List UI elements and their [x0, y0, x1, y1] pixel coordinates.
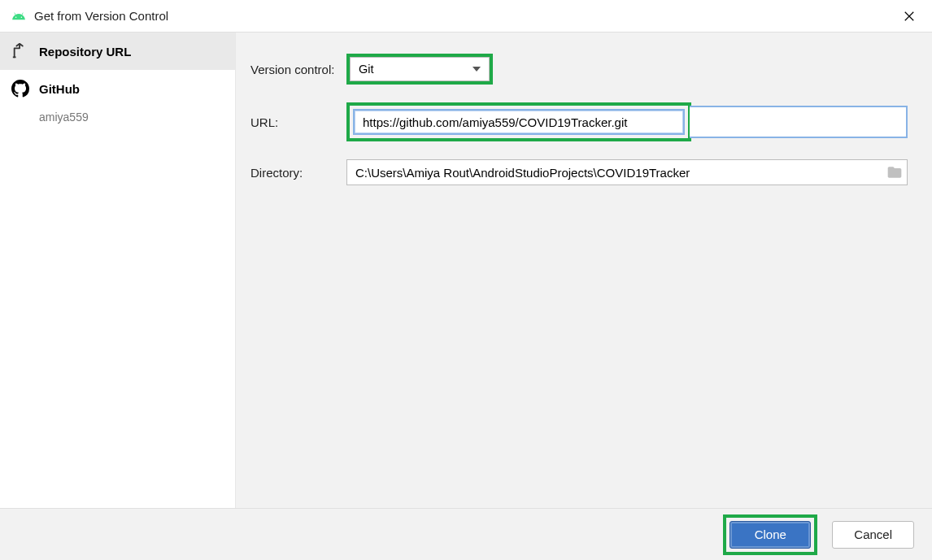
cancel-button[interactable]: Cancel: [832, 521, 914, 549]
main-form: Version control: Git URL: Directory:: [236, 33, 932, 508]
chevron-down-icon: [473, 67, 481, 72]
version-control-value: Git: [359, 63, 374, 76]
clone-button[interactable]: Clone: [729, 521, 811, 549]
url-label: URL:: [250, 115, 346, 129]
version-control-highlight: Git: [346, 54, 493, 85]
sidebar-item-label: GitHub: [39, 82, 80, 96]
close-button[interactable]: [896, 3, 922, 29]
directory-label: Directory:: [250, 166, 346, 180]
folder-icon: [886, 164, 903, 180]
url-input[interactable]: [353, 109, 685, 135]
github-icon: [11, 80, 29, 98]
version-control-row: Version control: Git: [250, 54, 908, 85]
url-input-extension: [690, 106, 908, 138]
github-account-name: amiya559: [0, 107, 235, 133]
sidebar-item-label: Repository URL: [39, 45, 131, 59]
titlebar: Get from Version Control: [0, 0, 932, 33]
version-control-label: Version control:: [250, 63, 346, 76]
sidebar-item-repository-url[interactable]: Repository URL: [0, 33, 235, 70]
clone-highlight: Clone: [723, 514, 817, 555]
browse-directory-button[interactable]: [886, 164, 903, 180]
version-control-dropdown[interactable]: Git: [350, 57, 490, 81]
dialog-title: Get from Version Control: [34, 9, 896, 23]
repository-url-icon: [11, 42, 29, 60]
close-icon: [904, 11, 915, 22]
url-highlight: [346, 102, 691, 141]
directory-input[interactable]: [346, 159, 908, 185]
url-row: URL:: [250, 102, 908, 141]
android-icon: [11, 9, 26, 24]
directory-row: Directory:: [250, 159, 908, 185]
dialog-footer: Clone Cancel: [0, 508, 932, 560]
sidebar-item-github[interactable]: GitHub: [0, 70, 235, 107]
sidebar: Repository URL GitHub amiya559: [0, 33, 236, 508]
